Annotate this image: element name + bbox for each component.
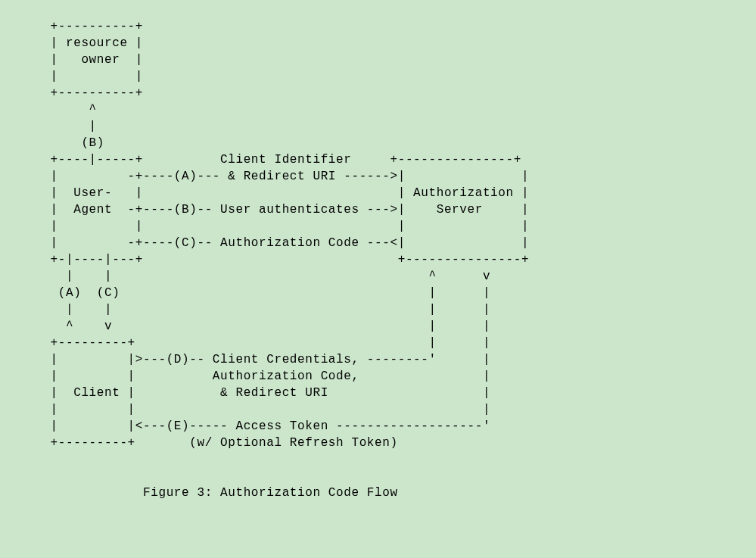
ascii-diagram: +----------+ | resource | | owner | | | … — [0, 0, 756, 501]
